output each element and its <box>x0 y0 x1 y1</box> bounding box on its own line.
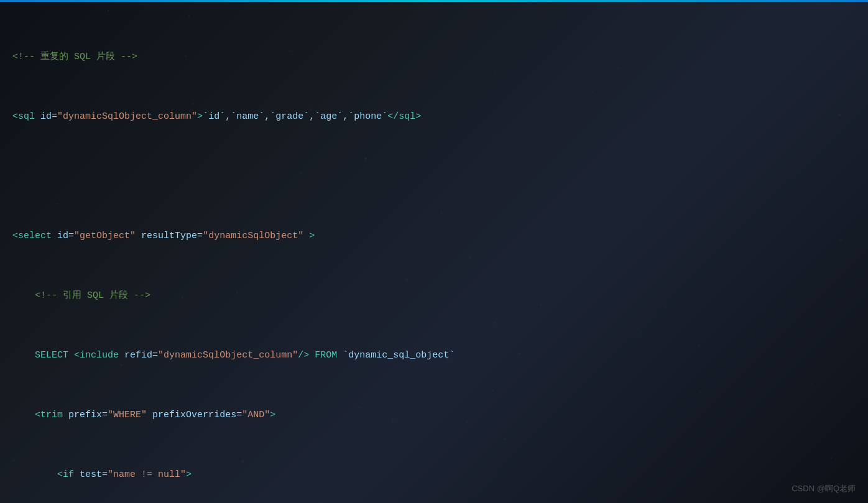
bracket-open-1: < <box>12 111 18 122</box>
attr-test-val-1: "name != null" <box>108 469 186 480</box>
bracket-close-1: > <box>197 111 203 122</box>
code-line-4: <select id="getObject" resultType="dynam… <box>12 229 856 244</box>
comment-1: <!-- 重复的 SQL 片段 --> <box>12 52 137 62</box>
keyword-from-1: FROM <box>315 350 337 361</box>
include-open: < <box>74 350 80 361</box>
code-line-3 <box>12 169 856 184</box>
attr-id-val-2: "getObject" <box>74 231 136 241</box>
table-1: `dynamic_sql_object` <box>343 350 455 361</box>
bracket-close-sql: </ <box>387 111 399 122</box>
code-line-5: <!-- 引用 SQL 片段 --> <box>12 288 856 303</box>
attr-refid-val-1: "dynamicSqlObject_column" <box>158 350 298 361</box>
if1-bracket-end: > <box>186 469 192 480</box>
tag-sql-close: sql <box>399 111 415 122</box>
code-block: <!-- 重复的 SQL 片段 --> <sql id="dynamicSqlO… <box>0 0 868 503</box>
code-line-8: <if test="name != null"> <box>12 468 856 482</box>
keyword-select-1: SELECT <box>35 350 68 361</box>
select-open: < <box>12 231 18 241</box>
select-bracket-end: > <box>309 231 315 241</box>
include-selfclose-1: /> <box>298 350 309 361</box>
tag-include-1: include <box>80 350 119 361</box>
comment-2: <!-- 引用 SQL 片段 --> <box>35 290 150 301</box>
bracket-end-sql: > <box>415 111 421 122</box>
if1-open: < <box>57 469 63 480</box>
attr-resulttype-val: "dynamicSqlObject" <box>203 231 303 241</box>
code-line-1: <!-- 重复的 SQL 片段 --> <box>12 50 856 65</box>
attr-refid-1: refid= <box>124 350 158 361</box>
tag-if-1: if <box>63 469 74 480</box>
attr-prefixoverrides: prefixOverrides= <box>152 410 242 420</box>
tag-sql: sql <box>18 111 35 122</box>
watermark: CSDN @啊Q老师 <box>792 482 856 496</box>
attr-prefix-val: "WHERE" <box>108 410 147 420</box>
sql-cols: `id`,`name`,`grade`,`age`,`phone` <box>203 111 387 122</box>
attr-test-1: test= <box>80 469 108 480</box>
tag-trim: trim <box>40 410 63 420</box>
trim-open: < <box>35 410 40 420</box>
code-line-2: <sql id="dynamicSqlObject_column">`id`,`… <box>12 109 856 124</box>
tag-select-1: select <box>18 231 52 241</box>
attr-prefix: prefix= <box>68 410 108 420</box>
attr-id-value: "dynamicSqlObject_column" <box>57 111 197 122</box>
code-line-6: SELECT <include refid="dynamicSqlObject_… <box>12 348 856 363</box>
code-line-7: <trim prefix="WHERE" prefixOverrides="AN… <box>12 408 856 423</box>
top-accent-border <box>0 0 868 2</box>
attr-id-2: id= <box>57 231 74 241</box>
attr-id: id= <box>40 111 57 122</box>
attr-resulttype: resultType= <box>141 231 203 241</box>
attr-prefixoverrides-val: "AND" <box>242 410 270 420</box>
trim-bracket-end: > <box>270 410 275 420</box>
